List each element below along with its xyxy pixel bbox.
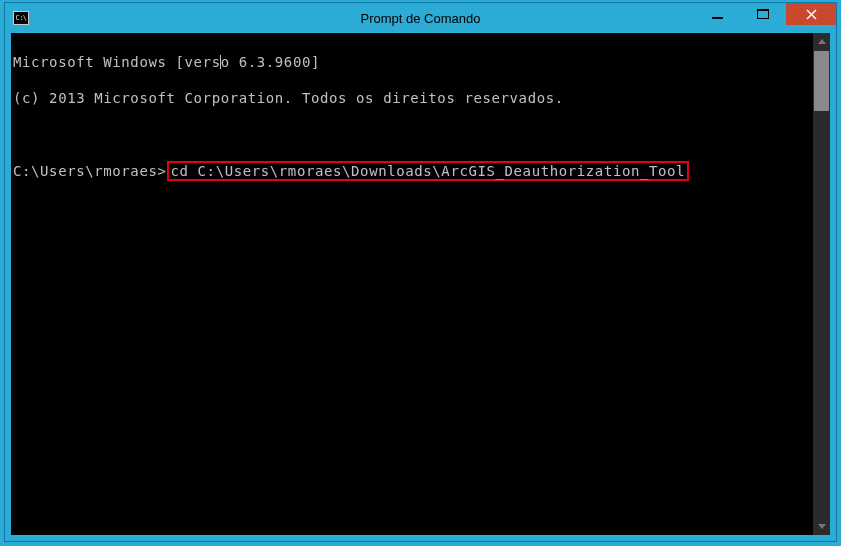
maximize-icon: [757, 9, 769, 20]
text-cursor: [220, 55, 221, 69]
chevron-up-icon: [818, 39, 826, 44]
svg-marker-6: [818, 524, 826, 529]
scroll-thumb[interactable]: [814, 51, 829, 111]
svg-marker-5: [818, 39, 826, 44]
svg-rect-0: [712, 17, 723, 19]
minimize-button[interactable]: [694, 3, 740, 25]
scroll-down-button[interactable]: [813, 518, 830, 535]
titlebar[interactable]: C:\ Prompt de Comando: [5, 3, 836, 33]
chevron-down-icon: [818, 524, 826, 529]
maximize-button[interactable]: [740, 3, 786, 25]
app-icon-glyph: C:\: [15, 15, 26, 22]
terminal-client-area: Microsoft Windows [verso 6.3.9600] (c) 2…: [11, 33, 830, 535]
command-text: cd C:\Users\rmoraes\Downloads\ArcGIS_Dea…: [171, 163, 686, 179]
svg-rect-2: [757, 9, 769, 11]
command-highlight: cd C:\Users\rmoraes\Downloads\ArcGIS_Dea…: [167, 161, 690, 181]
window-controls: [694, 3, 836, 25]
output-text: o 6.3.9600]: [221, 54, 320, 70]
scroll-up-button[interactable]: [813, 33, 830, 50]
vertical-scrollbar[interactable]: [813, 33, 830, 535]
output-line: (c) 2013 Microsoft Corporation. Todos os…: [13, 89, 810, 107]
output-text: Microsoft Windows [vers: [13, 54, 221, 70]
output-line: Microsoft Windows [verso 6.3.9600]: [13, 53, 810, 71]
output-line: [13, 125, 810, 143]
close-icon: [806, 9, 817, 20]
command-prompt-window: C:\ Prompt de Comando Microsoft Windows …: [4, 2, 837, 542]
minimize-icon: [712, 9, 723, 20]
prompt-line: C:\Users\rmoraes>cd C:\Users\rmoraes\Dow…: [13, 161, 810, 181]
prompt-text: C:\Users\rmoraes>: [13, 163, 167, 179]
app-icon: C:\: [13, 11, 29, 25]
terminal-output[interactable]: Microsoft Windows [verso 6.3.9600] (c) 2…: [11, 33, 812, 535]
close-button[interactable]: [786, 3, 836, 25]
